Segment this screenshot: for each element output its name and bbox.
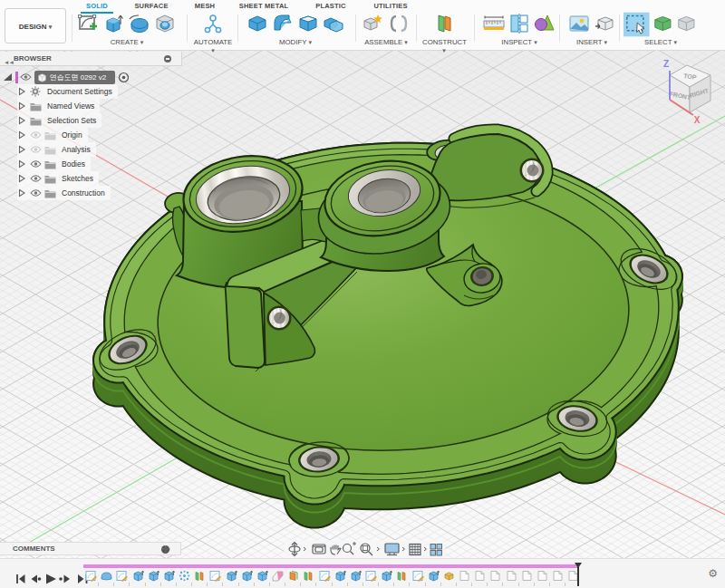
svg-text:X: X [694,115,701,125]
svg-text:Z: Z [663,59,669,69]
